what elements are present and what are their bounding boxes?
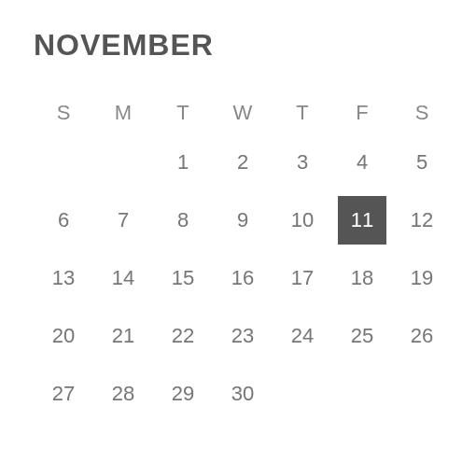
weekday-header: F: [332, 92, 392, 133]
day-cell[interactable]: 26: [392, 307, 452, 365]
day-cell-empty: [332, 365, 392, 423]
day-cell-empty: [34, 133, 93, 191]
weekday-header: S: [34, 92, 93, 133]
weekday-header: S: [392, 92, 452, 133]
day-cell[interactable]: 21: [93, 307, 153, 365]
day-cell[interactable]: 1: [153, 133, 213, 191]
day-cell[interactable]: 24: [273, 307, 332, 365]
day-cell[interactable]: 18: [332, 249, 392, 307]
day-cell[interactable]: 15: [153, 249, 213, 307]
day-cell-empty: [93, 133, 153, 191]
day-cell[interactable]: 20: [34, 307, 93, 365]
day-cell[interactable]: 8: [153, 191, 213, 249]
day-cell[interactable]: 9: [213, 191, 273, 249]
weekday-header: T: [153, 92, 213, 133]
day-cell[interactable]: 14: [93, 249, 153, 307]
day-cell-empty: [273, 365, 332, 423]
day-cell[interactable]: 22: [153, 307, 213, 365]
day-cell[interactable]: 13: [34, 249, 93, 307]
day-cell[interactable]: 28: [93, 365, 153, 423]
calendar-grid: S M T W T F S 1 2 3 4 5 6 7 8 9 10 11 12…: [34, 92, 452, 423]
day-cell[interactable]: 27: [34, 365, 93, 423]
day-cell[interactable]: 5: [392, 133, 452, 191]
day-cell[interactable]: 3: [273, 133, 332, 191]
day-cell[interactable]: 12: [392, 191, 452, 249]
day-cell-empty: [392, 365, 452, 423]
day-cell[interactable]: 10: [273, 191, 332, 249]
day-cell[interactable]: 29: [153, 365, 213, 423]
weekday-header: W: [213, 92, 273, 133]
weekday-header: T: [273, 92, 332, 133]
weekday-header: M: [93, 92, 153, 133]
day-cell-selected[interactable]: 11: [332, 191, 392, 249]
month-title: NOVEMBER: [34, 28, 448, 63]
day-cell[interactable]: 30: [213, 365, 273, 423]
day-cell[interactable]: 23: [213, 307, 273, 365]
day-cell[interactable]: 16: [213, 249, 273, 307]
day-cell[interactable]: 2: [213, 133, 273, 191]
day-cell[interactable]: 19: [392, 249, 452, 307]
day-cell[interactable]: 6: [34, 191, 93, 249]
day-cell[interactable]: 25: [332, 307, 392, 365]
day-cell[interactable]: 17: [273, 249, 332, 307]
day-cell[interactable]: 4: [332, 133, 392, 191]
day-cell[interactable]: 7: [93, 191, 153, 249]
